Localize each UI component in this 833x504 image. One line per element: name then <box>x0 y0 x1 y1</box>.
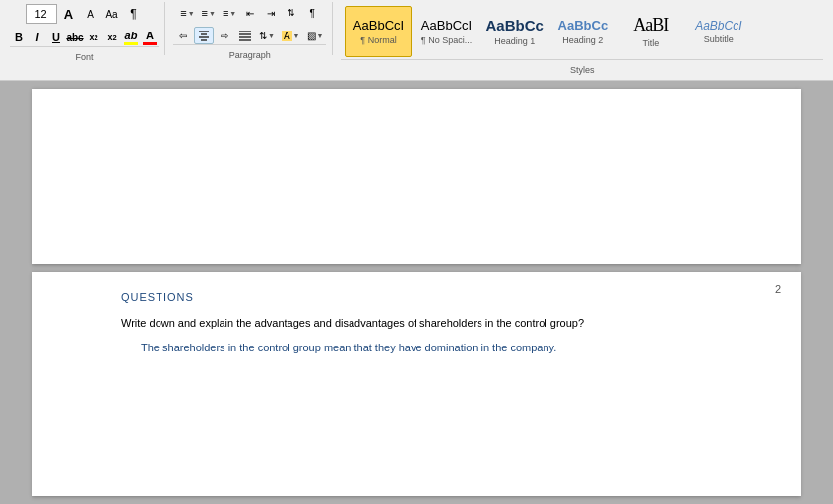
italic-button[interactable]: I <box>29 29 46 46</box>
bullets-button[interactable]: ≡ ▼ <box>177 4 197 22</box>
style-heading2-preview: AaBbCc <box>558 18 609 33</box>
style-title-preview: AaBI <box>633 15 668 36</box>
ribbon-toolbar: 12 A A Aa ¶ B I U abc x2 x2 ab <box>0 0 833 81</box>
questions-heading: QUESTIONS <box>121 291 741 303</box>
clear-formatting-button[interactable]: ¶ <box>124 4 144 24</box>
font-group: 12 A A Aa ¶ B I U abc x2 x2 ab <box>4 2 165 55</box>
change-case-button[interactable]: Aa <box>102 4 122 24</box>
style-heading1[interactable]: AaBbCc Heading 1 <box>481 6 547 57</box>
shading-button[interactable]: A ▼ <box>279 27 303 44</box>
strikethrough-button[interactable]: abc <box>66 29 84 46</box>
style-heading1-label: Heading 1 <box>494 36 535 46</box>
sort-button[interactable]: ⇅ <box>282 4 301 22</box>
decrease-indent-button[interactable]: ⇤ <box>240 4 260 22</box>
paragraph-group-label: Paragraph <box>173 44 326 65</box>
bold-button[interactable]: B <box>10 29 28 46</box>
style-subtitle[interactable]: AaBbCcI Subtitle <box>685 6 752 57</box>
subscript-button[interactable]: x2 <box>85 29 102 46</box>
style-title-label: Title <box>643 38 660 48</box>
question-text: Write down and explain the advantages an… <box>121 315 741 332</box>
align-left-button[interactable]: ⇦ <box>173 27 193 44</box>
page-1 <box>32 89 801 264</box>
page-number: 2 <box>775 284 781 295</box>
style-heading1-preview: AaBbCc <box>485 17 543 34</box>
font-highlight-button[interactable]: ab <box>122 29 140 46</box>
style-subtitle-label: Subtitle <box>704 34 734 44</box>
show-hide-button[interactable]: ¶ <box>302 4 322 22</box>
page-2[interactable]: 2 QUESTIONS Write down and explain the a… <box>32 272 801 496</box>
align-center-button[interactable] <box>194 27 214 44</box>
underline-button[interactable]: U <box>47 29 65 46</box>
font-size-display[interactable]: 12 <box>26 4 57 24</box>
border-button[interactable]: ▧ ▼ <box>304 27 327 44</box>
font-color-button[interactable]: A <box>141 29 159 46</box>
style-title[interactable]: AaBI Title <box>617 6 684 57</box>
font-grow-button[interactable]: A <box>59 4 79 24</box>
answer-text: The shareholders in the control group me… <box>141 340 741 356</box>
style-heading2[interactable]: AaBbCc Heading 2 <box>549 6 616 57</box>
font-group-label: Font <box>10 46 159 67</box>
paragraph-group: ≡ ▼ ≡ ▼ ≡ ▼ ⇤ ⇥ ⇅ ¶ <box>167 2 333 55</box>
superscript-button[interactable]: x2 <box>103 29 121 46</box>
style-heading2-label: Heading 2 <box>562 35 603 45</box>
style-no-spacing-preview: AaBbCcI <box>421 18 472 33</box>
style-no-spacing-label: ¶ No Spaci... <box>421 35 472 45</box>
justify-button[interactable] <box>235 27 255 44</box>
style-normal-preview: AaBbCcI <box>353 18 404 33</box>
styles-group-label: Styles <box>341 59 823 80</box>
line-spacing-button[interactable]: ⇅ ▼ <box>256 27 278 44</box>
numbering-button[interactable]: ≡ ▼ <box>199 4 219 22</box>
style-no-spacing[interactable]: AaBbCcI ¶ No Spaci... <box>413 6 480 57</box>
styles-group: AaBbCcI ¶ Normal AaBbCcI ¶ No Spaci... A… <box>335 2 829 55</box>
document-area: 2 QUESTIONS Write down and explain the a… <box>0 81 833 504</box>
align-right-button[interactable]: ⇨ <box>215 27 234 44</box>
font-shrink-button[interactable]: A <box>81 4 100 24</box>
style-normal-label: ¶ Normal <box>360 35 396 45</box>
styles-section: AaBbCcI ¶ Normal AaBbCcI ¶ No Spaci... A… <box>341 4 823 59</box>
multilevel-list-button[interactable]: ≡ ▼ <box>220 4 239 22</box>
style-subtitle-preview: AaBbCcI <box>695 19 741 32</box>
style-normal[interactable]: AaBbCcI ¶ Normal <box>345 6 412 57</box>
increase-indent-button[interactable]: ⇥ <box>261 4 281 22</box>
